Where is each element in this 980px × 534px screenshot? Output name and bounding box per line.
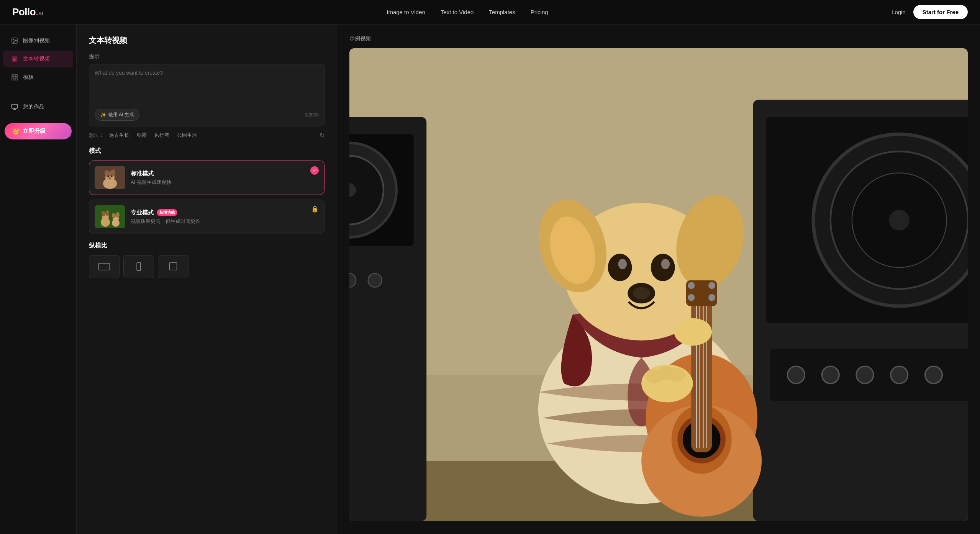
- svg-point-82: [708, 282, 715, 289]
- right-panel: 示例视频: [337, 25, 980, 534]
- panel-title: 文本转视频: [89, 35, 324, 46]
- sidebar: 图像到视频 文本转视频 模板 您的作: [0, 25, 77, 534]
- main-nav: Image to Video Text to Video Templates P…: [387, 9, 548, 15]
- svg-point-51: [889, 210, 910, 231]
- svg-point-45: [368, 274, 382, 287]
- mode-label: 模式: [89, 147, 324, 155]
- svg-point-88: [668, 368, 685, 382]
- templates-icon: [11, 74, 18, 81]
- svg-point-69: [633, 287, 650, 299]
- svg-rect-7: [15, 75, 17, 77]
- sample-label: 示例视频: [349, 35, 968, 42]
- mode-card-standard[interactable]: 标准模式 AI 视频生成速度快 ✓: [89, 161, 324, 195]
- center-panel: 文本转视频 提示 ✨ 使用 AI 生成 0/2000 想法： 远古生长 朝露 风…: [77, 25, 337, 534]
- sidebar-label-my-works: 您的作品: [23, 103, 44, 110]
- svg-point-57: [925, 366, 942, 383]
- aspect-label: 纵横比: [89, 242, 324, 250]
- svg-rect-33: [169, 263, 177, 270]
- login-button[interactable]: Login: [892, 9, 906, 15]
- mode-name-professional: 专业模式 新增功能: [131, 209, 319, 216]
- mode-desc-standard: AI 视频生成速度快: [131, 179, 319, 186]
- idea-tag-1[interactable]: 朝露: [134, 131, 149, 139]
- prompt-area: ✨ 使用 AI 生成 0/2000: [89, 64, 324, 126]
- svg-rect-6: [12, 75, 14, 77]
- idea-tag-2[interactable]: 风行者: [152, 131, 172, 139]
- svg-rect-10: [12, 104, 18, 108]
- my-works-icon: [11, 103, 18, 111]
- sidebar-divider: [0, 92, 76, 92]
- svg-point-56: [891, 366, 908, 383]
- svg-point-21: [109, 177, 111, 179]
- mode-check-standard: ✓: [310, 166, 319, 175]
- svg-rect-32: [137, 263, 141, 271]
- sidebar-label-image-to-video: 图像到视频: [23, 37, 50, 44]
- aspect-card-2[interactable]: [158, 255, 188, 278]
- prompt-input[interactable]: [95, 70, 319, 104]
- svg-point-67: [661, 259, 670, 269]
- sidebar-label-templates: 模板: [23, 74, 34, 81]
- ideas-row: 想法： 远古生长 朝露 风行者 公园生活 ↻: [89, 131, 324, 139]
- svg-point-19: [108, 175, 109, 177]
- idea-tag-0[interactable]: 远古生长: [107, 131, 131, 139]
- video-container: [349, 48, 968, 521]
- svg-point-83: [688, 294, 695, 301]
- aspect-card-0[interactable]: [89, 255, 120, 278]
- svg-point-89: [674, 318, 712, 346]
- logo: Pollo.ai: [12, 6, 43, 18]
- svg-point-54: [822, 366, 839, 383]
- logo-ai: ai: [38, 10, 43, 17]
- logo-dot: .: [36, 6, 38, 18]
- sidebar-item-image-to-video[interactable]: 图像到视频: [3, 32, 73, 49]
- svg-rect-22: [95, 205, 125, 228]
- upgrade-label: 立即升级: [23, 128, 46, 135]
- mode-info-professional: 专业模式 新增功能 视频质量更高，但生成时间更长: [131, 209, 319, 225]
- text-to-video-icon: [11, 55, 18, 63]
- mode-name-standard: 标准模式: [131, 170, 319, 177]
- image-to-video-icon: [11, 37, 18, 44]
- svg-point-81: [688, 282, 695, 289]
- mode-thumbnail-standard: [95, 166, 125, 189]
- mode-card-professional[interactable]: 专业模式 新增功能 视频质量更高，但生成时间更长 🔒: [89, 200, 324, 234]
- idea-tag-3[interactable]: 公园生活: [175, 131, 199, 139]
- svg-point-55: [856, 366, 873, 383]
- lock-icon: 🔒: [311, 205, 319, 213]
- sidebar-item-text-to-video[interactable]: 文本转视频: [3, 51, 73, 67]
- svg-rect-8: [12, 78, 14, 80]
- sidebar-label-text-to-video: 文本转视频: [23, 56, 50, 62]
- mode-thumbnail-professional: [95, 205, 125, 228]
- magic-icon: ✨: [100, 112, 106, 118]
- nav-item-image-to-video[interactable]: Image to Video: [387, 9, 425, 15]
- svg-point-84: [708, 294, 715, 301]
- svg-rect-9: [15, 78, 17, 80]
- svg-rect-31: [99, 263, 110, 270]
- nav-item-templates[interactable]: Templates: [489, 9, 515, 15]
- svg-point-20: [111, 175, 112, 177]
- main-layout: 图像到视频 文本转视频 模板 您的作: [0, 25, 980, 534]
- mode-info-standard: 标准模式 AI 视频生成速度快: [131, 170, 319, 186]
- svg-point-66: [618, 259, 627, 269]
- svg-point-53: [788, 366, 805, 383]
- upgrade-button[interactable]: 👑 立即升级: [5, 123, 72, 139]
- header: Pollo.ai Image to Video Text to Video Te…: [0, 0, 980, 25]
- aspect-row: [89, 255, 324, 278]
- prompt-footer: ✨ 使用 AI 生成 0/2000: [95, 109, 319, 121]
- start-free-button[interactable]: Start for Free: [913, 5, 968, 19]
- ai-generate-button[interactable]: ✨ 使用 AI 生成: [95, 109, 139, 121]
- prompt-label: 提示: [89, 53, 324, 60]
- nav-actions: Login Start for Free: [892, 5, 968, 19]
- crown-icon: 👑: [12, 128, 20, 135]
- sidebar-item-my-works[interactable]: 您的作品: [3, 98, 73, 115]
- mode-desc-professional: 视频质量更高，但生成时间更长: [131, 218, 319, 225]
- nav-item-text-to-video[interactable]: Text to Video: [441, 9, 474, 15]
- ideas-label: 想法：: [89, 132, 104, 139]
- aspect-card-1[interactable]: [123, 255, 154, 278]
- new-badge: 新增功能: [157, 209, 177, 216]
- refresh-icon[interactable]: ↻: [320, 132, 324, 139]
- svg-rect-2: [12, 56, 17, 62]
- sidebar-item-templates[interactable]: 模板: [3, 69, 73, 86]
- nav-item-pricing[interactable]: Pricing: [531, 9, 548, 15]
- logo-pollo: Pollo: [12, 6, 36, 18]
- svg-point-1: [13, 39, 14, 40]
- char-count: 0/2000: [305, 112, 319, 118]
- video-placeholder: [349, 48, 968, 521]
